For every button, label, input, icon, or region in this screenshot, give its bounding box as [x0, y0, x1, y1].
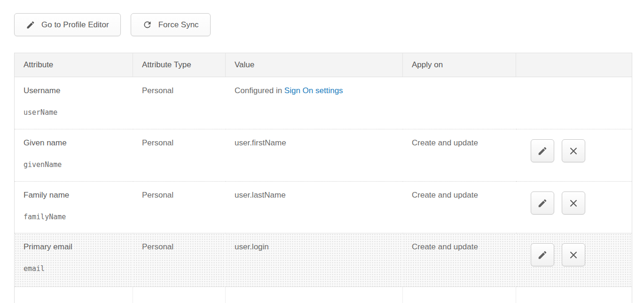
edit-attribute-button[interactable] — [531, 243, 554, 266]
attribute-label: Given name — [24, 138, 124, 148]
close-icon — [568, 198, 579, 208]
attribute-cell: Family name familyName — [15, 181, 133, 233]
sign-on-settings-link[interactable]: Sign On settings — [284, 86, 343, 95]
attribute-type-cell: Personal — [133, 181, 226, 233]
table-row-given-name: Given name givenName Personal user.first… — [15, 129, 632, 181]
attribute-type-cell: Personal — [133, 77, 226, 129]
table-row-family-name: Family name familyName Personal user.las… — [15, 181, 632, 233]
attribute-cell: Username userName — [15, 77, 133, 129]
apply-on-cell — [403, 77, 516, 129]
attribute-mappings-table-wrap: Attribute Attribute Type Value Apply on … — [14, 53, 632, 303]
attribute-cell: Primary email email — [15, 233, 133, 287]
pencil-icon — [537, 250, 548, 260]
apply-on-cell: Create and update — [403, 129, 516, 181]
force-sync-button[interactable]: Force Sync — [131, 13, 211, 36]
actions-cell — [516, 233, 632, 287]
delete-attribute-button[interactable] — [562, 139, 585, 162]
delete-attribute-button[interactable] — [562, 191, 585, 215]
column-header-attribute: Attribute — [15, 53, 133, 77]
column-header-actions — [516, 53, 632, 77]
close-icon — [568, 250, 579, 260]
delete-attribute-button[interactable] — [562, 243, 585, 266]
attribute-variable-name: givenName — [24, 160, 124, 169]
pencil-icon — [26, 20, 35, 30]
attribute-type-cell: Personal — [133, 233, 226, 287]
edit-attribute-button[interactable] — [531, 191, 554, 215]
attribute-label: Family name — [24, 191, 124, 200]
go-to-profile-editor-button[interactable]: Go to Profile Editor — [14, 13, 121, 36]
pencil-icon — [537, 146, 548, 156]
apply-on-cell: Create and update — [403, 233, 516, 287]
table-header-row: Attribute Attribute Type Value Apply on — [15, 53, 632, 77]
attribute-variable-name: userName — [24, 108, 124, 117]
force-sync-label: Force Sync — [158, 20, 199, 30]
actions-cell — [516, 129, 632, 181]
pencil-icon — [537, 198, 548, 208]
attribute-variable-name: familyName — [24, 213, 124, 221]
value-cell: user.login — [226, 233, 403, 287]
apply-on-cell: Create and update — [403, 181, 516, 233]
actions-cell — [516, 77, 632, 129]
toolbar: Go to Profile Editor Force Sync — [14, 13, 211, 36]
go-to-profile-editor-label: Go to Profile Editor — [41, 20, 109, 30]
column-header-apply-on: Apply on — [403, 53, 516, 77]
value-cell: Configured in Sign On settings — [226, 77, 403, 129]
value-cell: user.lastName — [226, 181, 403, 233]
attribute-label: Username — [24, 86, 124, 96]
table-row-username: Username userName Personal Configured in… — [15, 77, 632, 129]
attribute-cell: Given name givenName — [15, 129, 133, 181]
close-icon — [568, 146, 579, 156]
actions-cell — [516, 181, 632, 233]
value-cell: user.firstName — [226, 129, 403, 181]
column-header-value: Value — [226, 53, 403, 77]
table-row-primary-email: Primary email email Personal user.login … — [15, 233, 632, 287]
attribute-label: Primary email — [24, 242, 124, 252]
refresh-icon — [142, 20, 152, 30]
value-text: Configured in — [235, 86, 284, 95]
column-header-attribute-type: Attribute Type — [133, 53, 226, 77]
edit-attribute-button[interactable] — [531, 139, 554, 162]
attribute-type-cell: Personal — [133, 129, 226, 181]
attribute-variable-name: email — [24, 264, 124, 273]
attribute-mappings-table: Attribute Attribute Type Value Apply on … — [14, 53, 632, 303]
table-row-partial — [15, 287, 632, 303]
attribute-mappings-page: Go to Profile Editor Force Sync Attribut… — [0, 0, 644, 303]
